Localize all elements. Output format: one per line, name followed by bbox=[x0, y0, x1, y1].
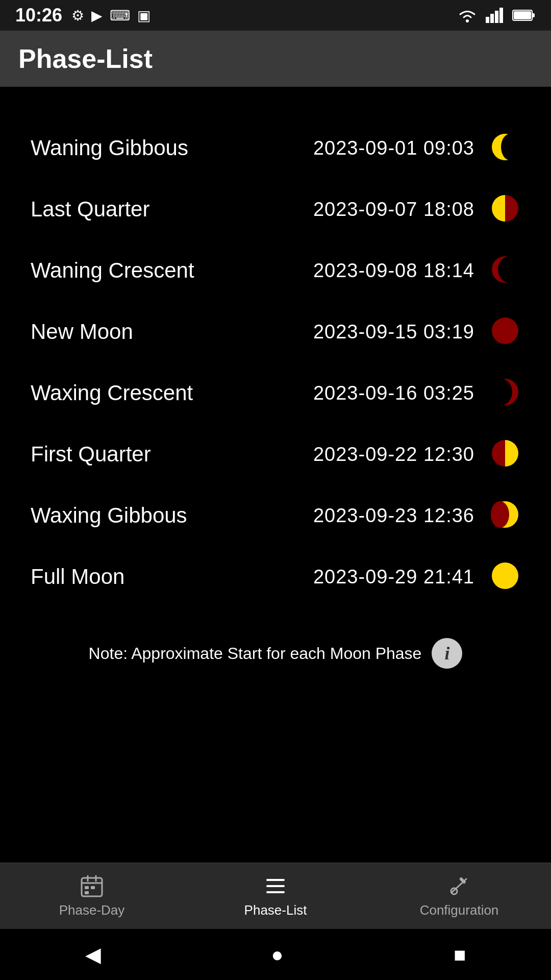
svg-point-25 bbox=[492, 562, 518, 589]
main-content: Waning Gibbous2023-09-01 09:03Last Quart… bbox=[0, 87, 551, 863]
status-left: 10:26 ⚙ ▶ ⌨ ▣ bbox=[15, 5, 151, 26]
phase-name: Waxing Gibbous bbox=[31, 503, 313, 528]
android-nav: ◀ ● ■ bbox=[0, 929, 551, 980]
moon-phase-icon bbox=[490, 499, 520, 532]
nav-phase-list[interactable]: Phase-List bbox=[184, 874, 367, 918]
moon-phase-icon bbox=[490, 438, 520, 471]
phase-name: Waxing Crescent bbox=[31, 381, 313, 405]
phase-date: 2023-09-29 21:41 bbox=[313, 566, 474, 588]
signal-icon bbox=[486, 8, 504, 23]
svg-rect-4 bbox=[499, 8, 503, 23]
back-button[interactable]: ◀ bbox=[85, 943, 101, 966]
status-right bbox=[457, 8, 536, 23]
svg-rect-1 bbox=[486, 17, 489, 23]
wifi-icon bbox=[457, 8, 478, 23]
phase-date: 2023-09-15 03:19 bbox=[313, 321, 474, 343]
phase-item[interactable]: Last Quarter2023-09-07 18:08 bbox=[20, 179, 531, 240]
svg-rect-32 bbox=[85, 891, 89, 894]
svg-point-16 bbox=[492, 317, 518, 344]
list-icon bbox=[263, 874, 288, 898]
status-bar: 10:26 ⚙ ▶ ⌨ ▣ bbox=[0, 0, 551, 31]
nav-phase-list-label: Phase-List bbox=[244, 902, 307, 918]
configuration-icon bbox=[447, 874, 471, 898]
svg-rect-31 bbox=[91, 886, 95, 889]
svg-rect-2 bbox=[490, 14, 494, 23]
moon-phase-icon bbox=[490, 377, 520, 409]
nfc-icon: ▣ bbox=[137, 7, 151, 24]
phase-item[interactable]: Full Moon2023-09-29 21:41 bbox=[20, 546, 531, 607]
recents-button[interactable]: ■ bbox=[454, 943, 466, 966]
svg-point-9 bbox=[501, 134, 519, 160]
phase-date: 2023-09-22 12:30 bbox=[313, 444, 474, 465]
battery-icon bbox=[512, 9, 536, 21]
note-section: Note: Approximate Start for each Moon Ph… bbox=[20, 618, 531, 689]
svg-point-24 bbox=[491, 501, 509, 528]
phase-list: Waning Gibbous2023-09-01 09:03Last Quart… bbox=[20, 117, 531, 607]
play-icon: ▶ bbox=[91, 7, 103, 24]
svg-point-0 bbox=[466, 19, 469, 22]
keyboard-icon: ⌨ bbox=[110, 7, 130, 24]
moon-phase-icon bbox=[490, 132, 520, 164]
info-icon-symbol: i bbox=[444, 643, 449, 664]
nav-phase-day[interactable]: Phase-Day bbox=[0, 874, 184, 918]
moon-phase-icon bbox=[490, 193, 520, 226]
moon-phase-icon bbox=[490, 254, 520, 287]
moon-phase-icon bbox=[490, 315, 520, 348]
phase-name: Full Moon bbox=[31, 565, 313, 589]
phase-item[interactable]: New Moon2023-09-15 03:19 bbox=[20, 301, 531, 362]
nav-configuration-label: Configuration bbox=[420, 902, 499, 918]
phase-name: Last Quarter bbox=[31, 197, 313, 222]
phase-date: 2023-09-08 18:14 bbox=[313, 260, 474, 282]
status-icons: ⚙ ▶ ⌨ ▣ bbox=[71, 7, 151, 24]
phase-date: 2023-09-01 09:03 bbox=[313, 137, 474, 159]
phase-name: First Quarter bbox=[31, 442, 313, 467]
phase-name: Waning Gibbous bbox=[31, 136, 313, 160]
phase-item[interactable]: Waning Crescent2023-09-08 18:14 bbox=[20, 240, 531, 301]
phase-item[interactable]: Waxing Crescent2023-09-16 03:25 bbox=[20, 362, 531, 424]
info-icon[interactable]: i bbox=[432, 638, 462, 669]
nav-phase-day-label: Phase-Day bbox=[59, 902, 125, 918]
nav-configuration[interactable]: Configuration bbox=[367, 874, 551, 918]
phase-date: 2023-09-23 12:36 bbox=[313, 505, 474, 527]
bottom-nav: Phase-Day Phase-List Configuration bbox=[0, 863, 551, 929]
app-bar: Phase-List bbox=[0, 31, 551, 87]
calendar-icon bbox=[80, 874, 104, 898]
phase-item[interactable]: First Quarter2023-09-22 12:30 bbox=[20, 424, 531, 485]
phase-date: 2023-09-07 18:08 bbox=[313, 199, 474, 220]
moon-phase-icon bbox=[490, 560, 520, 593]
svg-point-15 bbox=[498, 256, 520, 283]
home-button[interactable]: ● bbox=[271, 943, 283, 966]
app-title: Phase-List bbox=[18, 43, 153, 74]
svg-rect-6 bbox=[532, 13, 535, 17]
settings-icon: ⚙ bbox=[71, 7, 84, 24]
svg-point-18 bbox=[490, 379, 512, 405]
phase-name: New Moon bbox=[31, 320, 313, 344]
phase-item[interactable]: Waning Gibbous2023-09-01 09:03 bbox=[20, 117, 531, 179]
phase-name: Waning Crescent bbox=[31, 258, 313, 283]
phase-date: 2023-09-16 03:25 bbox=[313, 382, 474, 404]
note-text: Note: Approximate Start for each Moon Ph… bbox=[89, 644, 422, 663]
svg-rect-30 bbox=[85, 886, 89, 889]
status-time: 10:26 bbox=[15, 5, 62, 26]
svg-rect-7 bbox=[514, 11, 531, 19]
phase-item[interactable]: Waxing Gibbous2023-09-23 12:36 bbox=[20, 485, 531, 546]
svg-rect-3 bbox=[495, 11, 498, 23]
